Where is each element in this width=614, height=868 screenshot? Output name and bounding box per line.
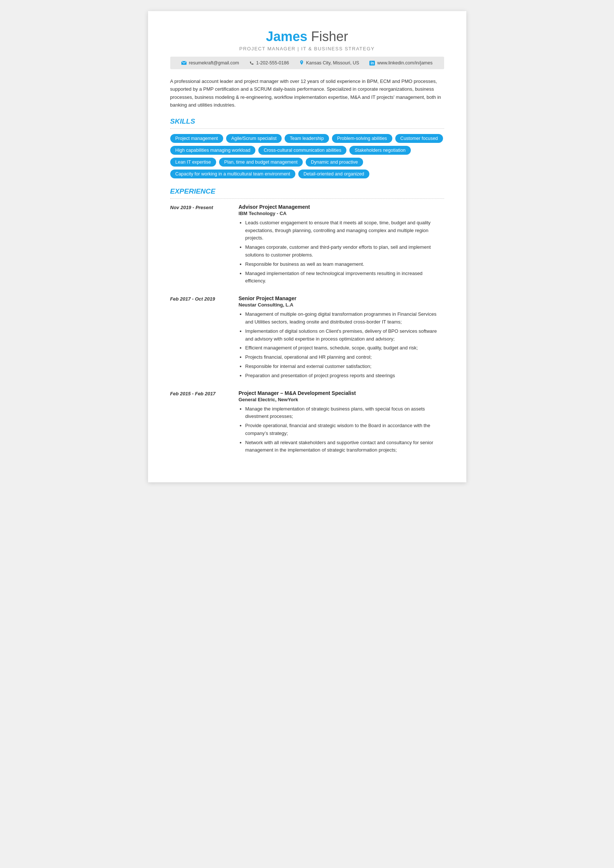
skill-badge: High capabilities managing workload (170, 146, 256, 155)
exp-company: IBM Technology - CA (239, 211, 444, 216)
exp-bullet-item: Leads customer engagement to ensure that… (245, 219, 444, 242)
skills-list: Project managementAgile/Scrum specialist… (170, 134, 444, 178)
exp-bullets: Manage the implementation of strategic b… (239, 405, 444, 454)
email-contact: resumekraft@gmail.com (181, 60, 239, 65)
exp-content: Advisor Project ManagementIBM Technology… (239, 204, 444, 287)
exp-bullet-item: Preparation and presentation of project … (245, 372, 444, 380)
skill-badge: Detail-oriented and organized (298, 169, 369, 178)
last-name: Fisher (311, 29, 348, 44)
email-value: resumekraft@gmail.com (189, 60, 239, 65)
skills-divider (170, 129, 444, 129)
exp-bullet-item: Responsible for business as well as team… (245, 260, 444, 268)
skill-badge: Dynamic and proactive (306, 158, 363, 167)
exp-content: Project Manager – M&A Development Specia… (239, 390, 444, 456)
exp-date: Feb 2015 - Feb 2017 (170, 390, 228, 456)
exp-bullets: Management of multiple on-going digital … (239, 310, 444, 380)
exp-role: Project Manager – M&A Development Specia… (239, 390, 444, 396)
location-value: Kansas City, Missouri, US (306, 60, 360, 65)
exp-bullet-item: Network with all relevant stakeholders a… (245, 439, 444, 454)
exp-date: Feb 2017 - Oct 2019 (170, 295, 228, 381)
skill-badge: Lean IT expertise (170, 158, 216, 167)
skill-badge: Problem-solving abilities (332, 134, 392, 143)
location-contact: Kansas City, Missouri, US (299, 60, 360, 65)
experience-list: Nov 2019 - PresentAdvisor Project Manage… (170, 204, 444, 456)
first-name: James (266, 29, 307, 44)
exp-bullet-item: Responsible for internal and external cu… (245, 363, 444, 370)
experience-entry: Nov 2019 - PresentAdvisor Project Manage… (170, 204, 444, 287)
skill-badge: Stakeholders negotiation (349, 146, 411, 155)
exp-bullet-item: Management of multiple on-going digital … (245, 310, 444, 326)
resume-header: James Fisher PROJECT MANAGER | IT & BUSI… (170, 29, 444, 51)
exp-bullet-item: Manages corporate, customer and third-pa… (245, 243, 444, 259)
exp-date: Nov 2019 - Present (170, 204, 228, 287)
linkedin-contact: in www.linkedin.com/in/james (369, 60, 432, 65)
exp-role: Advisor Project Management (239, 204, 444, 210)
experience-entry: Feb 2017 - Oct 2019Senior Project Manage… (170, 295, 444, 381)
exp-bullet-item: Provide operational, financial and strat… (245, 422, 444, 437)
experience-divider (170, 198, 444, 199)
exp-content: Senior Project ManagerNeustar Consulting… (239, 295, 444, 381)
exp-bullet-item: Projects financial, operational and HR p… (245, 353, 444, 361)
skill-badge: Plan, time and budget management (219, 158, 303, 167)
contact-bar: resumekraft@gmail.com 1-202-555-0186 Kan… (170, 57, 444, 69)
experience-entry: Feb 2015 - Feb 2017Project Manager – M&A… (170, 390, 444, 456)
skill-badge: Project management (170, 134, 223, 143)
skills-section-title: SKILLS (170, 117, 444, 126)
exp-role: Senior Project Manager (239, 295, 444, 301)
resume-container: James Fisher PROJECT MANAGER | IT & BUSI… (148, 11, 466, 482)
exp-bullets: Leads customer engagement to ensure that… (239, 219, 444, 285)
exp-bullet-item: Efficient management of project teams, s… (245, 344, 444, 352)
job-title: PROJECT MANAGER | IT & BUSINESS STRATEGY (170, 46, 444, 51)
phone-contact: 1-202-555-0186 (250, 60, 289, 65)
linkedin-value: www.linkedin.com/in/james (377, 60, 432, 65)
email-icon (181, 61, 186, 65)
exp-bullet-item: Managed implementation of new technologi… (245, 270, 444, 285)
skill-badge: Team leadership (285, 134, 329, 143)
phone-icon (250, 61, 254, 65)
skill-badge: Agile/Scrum specialist (226, 134, 282, 143)
exp-bullet-item: Implementation of digital solutions on C… (245, 328, 444, 343)
linkedin-icon: in (369, 61, 375, 65)
exp-company: General Electric, NewYork (239, 397, 444, 402)
summary-text: A professional account leader and projec… (170, 78, 444, 109)
exp-bullet-item: Manage the implementation of strategic b… (245, 405, 444, 421)
skill-badge: Customer focused (395, 134, 443, 143)
full-name: James Fisher (170, 29, 444, 44)
phone-value: 1-202-555-0186 (256, 60, 289, 65)
location-icon (299, 60, 304, 65)
skill-badge: Cross-cultural communication abilities (258, 146, 346, 155)
skill-badge: Capacity for working in a multicultural … (170, 169, 296, 178)
exp-company: Neustar Consulting, L.A (239, 302, 444, 308)
experience-section-title: EXPERIENCE (170, 187, 444, 195)
